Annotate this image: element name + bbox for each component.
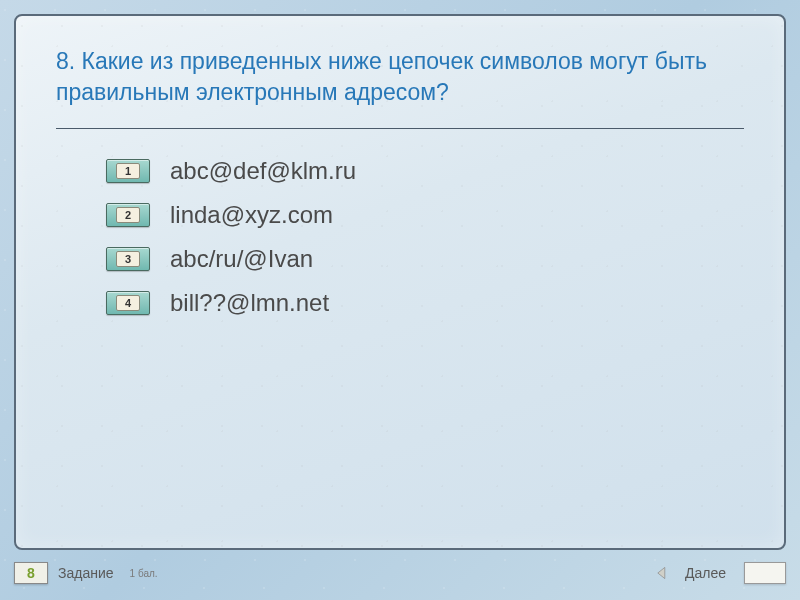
- option-row-4: 4 bill??@lmn.net: [106, 289, 744, 317]
- question-panel: 8. Какие из приведенных ниже цепочек сим…: [14, 14, 786, 550]
- option-button-4[interactable]: 4: [106, 291, 150, 315]
- option-button-2[interactable]: 2: [106, 203, 150, 227]
- option-num-1: 1: [116, 163, 140, 179]
- option-button-3[interactable]: 3: [106, 247, 150, 271]
- next-input-box[interactable]: [744, 562, 786, 584]
- option-row-1: 1 abc@def@klm.ru: [106, 157, 744, 185]
- task-label: Задание: [58, 565, 114, 581]
- option-text-2: linda@xyz.com: [170, 201, 333, 229]
- question-text: 8. Какие из приведенных ниже цепочек сим…: [56, 46, 744, 108]
- option-button-1[interactable]: 1: [106, 159, 150, 183]
- option-num-4: 4: [116, 295, 140, 311]
- next-arrow-icon[interactable]: [653, 564, 671, 582]
- option-row-3: 3 abc/ru/@Ivan: [106, 245, 744, 273]
- options-group: 1 abc@def@klm.ru 2 linda@xyz.com 3 abc/r…: [106, 157, 744, 317]
- task-number-box: 8: [14, 562, 48, 584]
- option-num-2: 2: [116, 207, 140, 223]
- divider: [56, 128, 744, 129]
- option-row-2: 2 linda@xyz.com: [106, 201, 744, 229]
- points-label: 1 бал.: [130, 568, 158, 579]
- option-text-4: bill??@lmn.net: [170, 289, 329, 317]
- option-text-1: abc@def@klm.ru: [170, 157, 356, 185]
- option-text-3: abc/ru/@Ivan: [170, 245, 313, 273]
- next-button[interactable]: Далее: [685, 565, 726, 581]
- option-num-3: 3: [116, 251, 140, 267]
- footer-bar: 8 Задание 1 бал. Далее: [14, 558, 786, 588]
